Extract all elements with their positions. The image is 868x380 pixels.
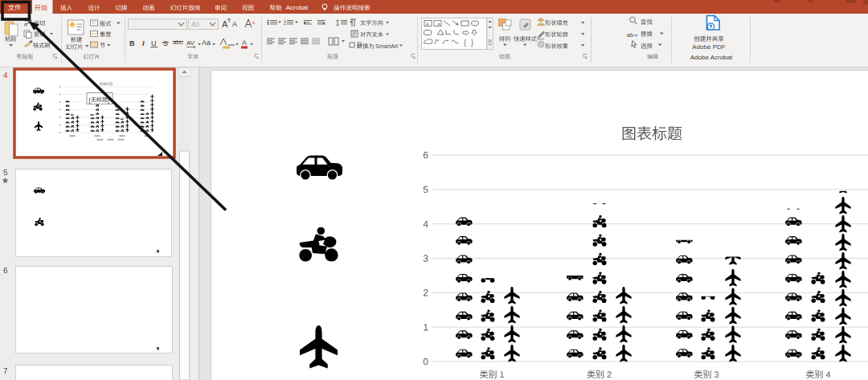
svg-text:A: A	[242, 39, 247, 47]
svg-text:abc: abc	[173, 39, 183, 46]
svg-text:B: B	[129, 39, 135, 47]
svg-text:A: A	[426, 22, 429, 27]
svg-text:Adobe Acrobat: Adobe Acrobat	[690, 54, 733, 61]
svg-text:Acrobat: Acrobat	[286, 4, 309, 11]
svg-text:{: {	[464, 39, 466, 47]
svg-text:ab: ab	[627, 32, 633, 38]
svg-text:A: A	[437, 22, 440, 27]
svg-text:AV: AV	[186, 39, 195, 47]
svg-text:U: U	[151, 39, 157, 47]
svg-text:SmartArt: SmartArt	[375, 43, 398, 50]
svg-text:Adobe PDF: Adobe PDF	[692, 43, 725, 51]
svg-text:A: A	[232, 20, 237, 28]
svg-text:}: }	[471, 39, 473, 47]
svg-text:Aa: Aa	[202, 39, 211, 47]
svg-text:2: 2	[284, 21, 286, 26]
svg-text:S: S	[163, 39, 168, 47]
svg-text:A: A	[222, 19, 228, 29]
